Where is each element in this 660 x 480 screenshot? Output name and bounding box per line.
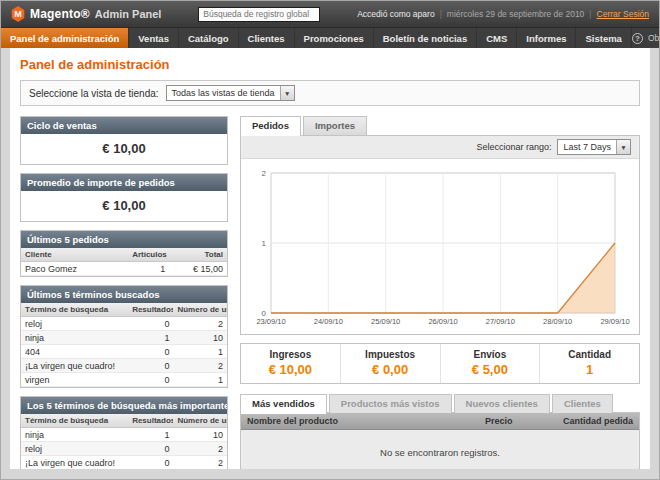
panel-title: Ciclo de ventas (21, 117, 227, 134)
magento-logo: M Magento® Admin Panel (11, 6, 161, 22)
cell-results: 1 (128, 331, 173, 345)
table-row[interactable]: ¡La virgen que cuadro! 0 2 (21, 456, 227, 470)
cell-term: reloj (21, 442, 128, 456)
nav-item-sistema[interactable]: Sistema (576, 28, 631, 48)
store-view-select[interactable]: Todas las vistas de tienda ▼ (166, 85, 295, 101)
svg-text:29/09/10: 29/09/10 (600, 317, 629, 326)
svg-text:27/09/10: 27/09/10 (486, 317, 515, 326)
cell-results: 0 (128, 456, 173, 470)
global-search-input[interactable] (198, 7, 320, 22)
panel-last-orders: Últimos 5 pedidos Cliente Artículos Tota… (20, 230, 228, 277)
help-icon: ? (632, 33, 643, 44)
tab-importes[interactable]: Importes (303, 116, 367, 135)
cell-results: 0 (128, 442, 173, 456)
bottom-tab-productos-mas-vistos[interactable]: Productos más vistos (329, 394, 452, 413)
chart-panel: Seleccionar rango: Last 7 Days ▼ 01223/0… (240, 135, 640, 335)
table-row[interactable]: ¡La virgen que cuadro! 0 2 (21, 359, 227, 373)
table-row[interactable]: Paco Gomez 1 € 15,00 (21, 262, 227, 276)
nav-item-promociones[interactable]: Promociones (295, 28, 374, 48)
table-row[interactable]: ninja 1 10 (21, 331, 227, 345)
panel-title: Últimos 5 pedidos (21, 231, 227, 248)
cell-items: 1 (128, 262, 169, 276)
col-header-cantidad: Cantidad pedida (557, 413, 639, 429)
logout-link[interactable]: Cerrar Sesión (597, 9, 649, 19)
panel-last-search-terms: Últimos 5 términos buscados Término de b… (20, 285, 228, 388)
col-header-resultados: Resultados (128, 303, 173, 317)
content-area: Panel de administración Seleccione la vi… (10, 48, 650, 469)
col-header-producto: Nombre del producto (241, 413, 479, 429)
table-row[interactable]: 404 0 1 (21, 345, 227, 359)
cell-uses: 10 (173, 428, 227, 442)
svg-text:2: 2 (262, 169, 267, 178)
chart-wrap: 01223/09/1024/09/1025/09/1026/09/1027/09… (241, 159, 639, 334)
col-header-precio: Precio (479, 413, 557, 429)
cell-results: 1 (128, 428, 173, 442)
cell-total: € 15,00 (169, 262, 227, 276)
panel-title: Los 5 términos de búsqueda más important… (21, 397, 227, 414)
cell-term: ¡La virgen que cuadro! (21, 456, 128, 470)
stat-label: Ingresos (245, 349, 336, 360)
svg-text:25/09/10: 25/09/10 (371, 317, 400, 326)
nav-item-clientes[interactable]: Clientes (239, 28, 295, 48)
store-view-selected: Todas las vistas de tienda (167, 88, 280, 98)
cell-results: 0 (128, 359, 173, 373)
nav-item-catalogo[interactable]: Catálogo (179, 28, 239, 48)
stat-envios: Envíos € 5,00 (440, 344, 540, 383)
bottom-tab-mas-vendidos[interactable]: Más vendidos (240, 394, 327, 414)
totals-bar: Ingresos € 10,00 Impuestos € 0,00 Envíos… (240, 343, 640, 384)
nav-item-ventas[interactable]: Ventas (129, 28, 179, 48)
cell-term: ninja (21, 331, 128, 345)
table-row[interactable]: virgen 0 1 (21, 373, 227, 387)
brand-name: Magento® (30, 7, 90, 21)
bottom-tab-clientes[interactable]: Clientes (552, 394, 613, 413)
stat-value: € 0,00 (345, 362, 436, 377)
range-bar: Seleccionar rango: Last 7 Days ▼ (241, 136, 639, 159)
stat-ingresos: Ingresos € 10,00 (241, 344, 340, 383)
page-help-link[interactable]: ? Obtener ayuda para esta página (632, 28, 660, 48)
cell-uses: 2 (173, 456, 227, 470)
tab-pedidos[interactable]: Pedidos (240, 116, 301, 136)
cell-results: 0 (128, 373, 173, 387)
panel-title: Últimos 5 términos buscados (21, 286, 227, 303)
cell-uses: 1 (173, 345, 227, 359)
bottom-tab-nuevos-clientes[interactable]: Nuevos clientes (454, 394, 550, 413)
table-row[interactable]: ninja 1 10 (21, 428, 227, 442)
col-header-total: Total (169, 248, 227, 262)
stat-value: € 5,00 (445, 362, 536, 377)
range-selected: Last 7 Days (558, 142, 616, 152)
orders-chart: 01223/09/1024/09/1025/09/1026/09/1027/09… (247, 165, 633, 331)
nav-item-boletin[interactable]: Boletín de noticias (374, 28, 477, 48)
stat-value: 1 (544, 362, 635, 377)
separator: | (589, 9, 591, 19)
magento-logo-icon: M (11, 6, 25, 22)
store-view-label: Seleccione la vista de tienda: (29, 88, 159, 99)
header-user-info: Accedió como aparo | miércoles 29 de sep… (357, 9, 649, 19)
stat-label: Envíos (445, 349, 536, 360)
dashboard-left-column: Ciclo de ventas € 10,00 Promedio de impo… (20, 116, 228, 469)
cell-uses: 2 (173, 317, 227, 331)
nav-item-cms[interactable]: CMS (477, 28, 517, 48)
svg-text:28/09/10: 28/09/10 (543, 317, 572, 326)
lifetime-sales-value: € 10,00 (21, 134, 227, 164)
panel-top-search-terms: Los 5 términos de búsqueda más important… (20, 396, 228, 469)
products-grid-header: Nombre del producto Precio Cantidad pedi… (241, 413, 639, 430)
stat-impuestos: Impuestos € 0,00 (340, 344, 440, 383)
svg-text:1: 1 (262, 239, 267, 248)
nav-item-informes[interactable]: Informes (517, 28, 576, 48)
main-nav: Panel de administración Ventas Catálogo … (1, 27, 659, 48)
nav-item-dashboard[interactable]: Panel de administración (1, 28, 129, 48)
stat-label: Impuestos (345, 349, 436, 360)
col-header-usos: Número de usos (173, 414, 227, 428)
help-label: Obtener ayuda para esta página (648, 33, 660, 43)
cell-term: reloj (21, 317, 128, 331)
cell-uses: 2 (173, 359, 227, 373)
table-row[interactable]: reloj 0 2 (21, 317, 227, 331)
range-select[interactable]: Last 7 Days ▼ (557, 139, 631, 155)
cell-uses: 10 (173, 331, 227, 345)
svg-text:24/09/10: 24/09/10 (314, 317, 343, 326)
logged-in-as: Accedió como aparo (357, 9, 435, 19)
table-row[interactable]: reloj 0 2 (21, 442, 227, 456)
top-header: M Magento® Admin Panel Accedió como apar… (1, 1, 659, 27)
chevron-down-icon: ▼ (616, 140, 630, 154)
cell-term: ¡La virgen que cuadro! (21, 359, 128, 373)
